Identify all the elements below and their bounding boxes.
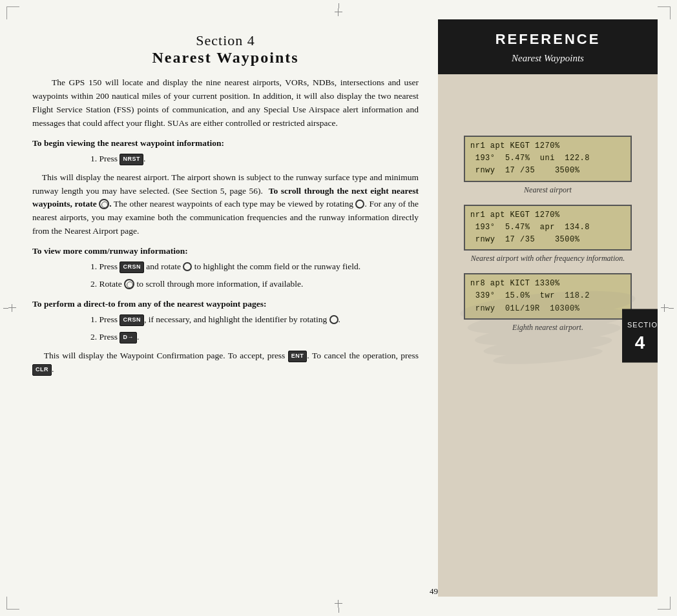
section-tab-word: Section (627, 320, 658, 328)
step-press-text: Press (99, 154, 120, 163)
ent-key: ENT (288, 351, 307, 362)
page-heading: Nearest Waypoints (32, 49, 419, 67)
corner-mark-tr (658, 6, 671, 19)
section-label: Section 4 (32, 32, 419, 49)
side-mark-right (661, 304, 674, 312)
intro-paragraph: The GPS 150 will locate and display the … (32, 76, 419, 130)
reference-title: REFERENCE (451, 31, 645, 48)
instruction-header-2: To view more comm/runway information: (32, 246, 419, 256)
crsn-key-1: CRSN (120, 262, 144, 273)
center-mark-bottom (335, 600, 342, 613)
section-tab: Section 4 (622, 309, 658, 362)
corner-mark-tl (6, 6, 19, 19)
clr-key: CLR (32, 364, 52, 376)
nearest-waypoints-subtitle: Nearest Waypoints (451, 53, 645, 64)
step-3-2: 2. Press D→. (58, 331, 419, 344)
step-label-2-1: 1. Press CRSN and rotate to highlight th… (90, 262, 360, 271)
knob-3-1 (329, 315, 338, 324)
page-number: 49 (430, 586, 438, 597)
step-2-2: 2. Rotate to scroll through more informa… (58, 278, 419, 291)
step-3-1: 1. Press CRSN, if necessary, and highlig… (58, 313, 419, 327)
step-label-3-1: 1. Press CRSN, if necessary, and highlig… (90, 314, 340, 324)
gps-screens-area: nr1 apt KEGT 1270% 193° 5.47% uni 122.8 … (438, 74, 658, 597)
crsn-key-2: CRSN (120, 314, 144, 326)
step-1-1: 1. Press NRST. (58, 152, 419, 166)
instruction-header-1: To begin viewing the nearest waypoint in… (32, 138, 419, 149)
instruction-header-3: To perform a direct-to from any of the n… (32, 299, 419, 309)
page-container: Section 4 Nearest Waypoints The GPS 150 … (19, 19, 658, 597)
right-sidebar: REFERENCE Nearest Waypoints nr1 apt KE (438, 19, 658, 597)
large-knob-icon (99, 199, 109, 209)
corner-mark-bl (6, 597, 19, 610)
left-content: Section 4 Nearest Waypoints The GPS 150 … (19, 19, 438, 597)
small-knob-icon (355, 200, 364, 209)
nrst-key: NRST (120, 154, 143, 165)
step-2-1: 1. Press CRSN and rotate to highlight th… (58, 260, 419, 274)
corner-mark-br (658, 597, 671, 610)
page-title: Section 4 Nearest Waypoints (32, 32, 419, 67)
knob-2-1 (183, 262, 192, 271)
section-tab-number: 4 (627, 332, 652, 353)
step-label-1-1: 1. Press NRST. (90, 154, 145, 163)
section-header-box: REFERENCE Nearest Waypoints (438, 19, 658, 74)
follow-text-1: This will display the nearest airport. T… (32, 171, 419, 239)
step-label-3-2: 2. Press D→. (90, 332, 139, 342)
center-mark-top (335, 3, 342, 16)
knob-2-2 (124, 279, 134, 289)
step-label-2-2: 2. Rotate to scroll through more informa… (90, 279, 303, 289)
follow-text-2: This will display the Waypoint Confirmat… (32, 349, 419, 376)
dto-key: D→ (120, 332, 137, 344)
side-mark-left (3, 304, 16, 312)
